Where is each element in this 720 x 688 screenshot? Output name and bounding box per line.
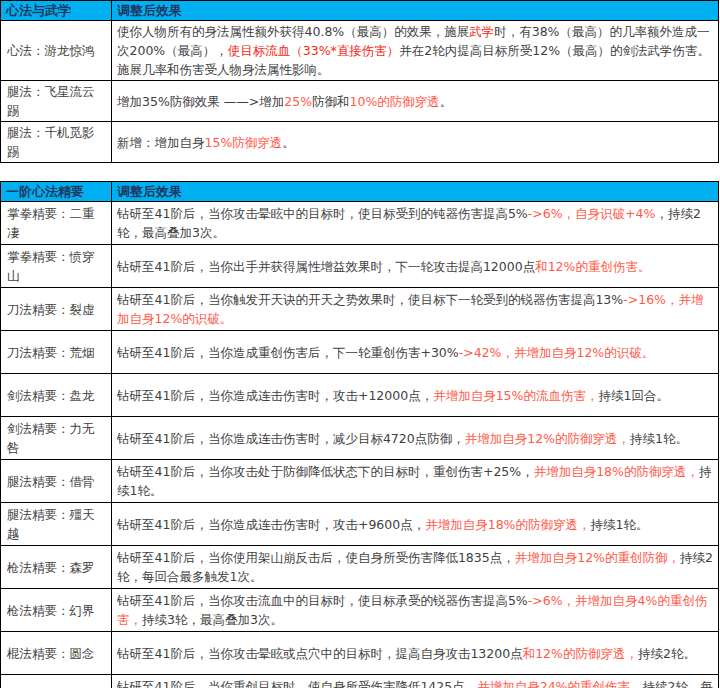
effect-description-cell: 钻研至41阶后，当你出手并获得属性增益效果时，下一轮攻击提高12000点和12%…	[112, 245, 719, 288]
effect-description-cell: 钻研至41阶后，当你触发开天诀的开天之势效果时，使目标下一轮受到的锐器伤害提高1…	[112, 288, 719, 331]
effect-text-segment: 。	[440, 94, 453, 109]
column-header-adjusted-effect: 调整后效果	[112, 1, 719, 21]
effect-text-segment: 并增加自身18%的防御穿透，	[534, 464, 699, 479]
effect-text-segment: 钻研至41阶后，当你攻击处于防御降低状态下的目标时，重创伤害+25%，	[117, 464, 534, 479]
effect-text-segment: 防御和	[312, 94, 350, 109]
effect-description-cell: 钻研至41阶后，当你重创目标时，使自身所受伤害降低1425点，并增加自身24%的…	[112, 675, 719, 688]
table-row: 棍法精要：不归 钻研至41阶后，当你重创目标时，使自身所受伤害降低1425点，并…	[1, 675, 719, 688]
effect-text-segment: 钻研至41阶后，当你攻击晕眩或点穴中的目标时，提高自身攻击13200点	[117, 646, 523, 661]
effect-text-segment: ->6%，自身识破+4%	[528, 206, 656, 221]
skill-name-cell: 腿法：飞星流云踢	[1, 81, 112, 122]
effect-text-segment: 25%	[284, 94, 312, 109]
effect-text-segment: 钻研至41阶后，当你出手并获得属性增益效果时，下一轮攻击提高12000点	[117, 259, 535, 274]
effect-description-cell: 钻研至41阶后，当你攻击处于防御降低状态下的目标时，重创伤害+25%，并增加自身…	[112, 460, 719, 503]
effect-text-segment: 钻研至41阶后，当你重创目标时，使自身所受伤害降低1425点，	[117, 679, 477, 688]
effect-description-cell: 钻研至41阶后，当你造成连击伤害时，攻击+9600点，并增加自身18%的防御穿透…	[112, 503, 719, 546]
effect-text-segment: 并增加自身12%的重创防御，	[515, 550, 680, 565]
essence-name-cell: 棍法精要：圆念	[1, 632, 112, 675]
effect-text-segment: 并增加自身15%的流血伤害，	[433, 388, 598, 403]
effect-text-segment: 并增加自身18%的防御穿透，	[425, 517, 590, 532]
effect-description-cell: 钻研至41阶后，当你造成重创伤害后，下一轮重创伤害+30%->42%，并增加自身…	[112, 331, 719, 374]
effect-text-segment: 增加35%防御效果 ——>增加	[117, 94, 284, 109]
table-body: 心法：游龙惊鸿 使你人物所有的身法属性额外获得40.8%（最高）的效果，施展武学…	[1, 21, 719, 163]
essence-name-cell: 掌拳精要：愤穿山	[1, 245, 112, 288]
effect-text-segment: 持续3轮，最高叠加3次。	[142, 612, 283, 627]
column-header-adjusted-effect: 调整后效果	[112, 182, 719, 202]
effect-text-segment: ->42%，并增加自身12%的识破。	[459, 345, 655, 360]
effect-text-segment: 使你人物所有的身法属性额外获得40.8%（最高）的效果，施展	[117, 24, 469, 39]
effect-description-cell: 钻研至41阶后，当你造成连击伤害时，攻击+12000点，并增加自身15%的流血伤…	[112, 374, 719, 417]
essence-name-cell: 掌拳精要：二重凄	[1, 202, 112, 245]
effect-description-cell: 使你人物所有的身法属性额外获得40.8%（最高）的效果，施展武学时，有38%（最…	[112, 21, 719, 81]
effect-description-cell: 钻研至41阶后，当你攻击流血中的目标时，使目标承受的锐器伤害提高5%->6%，并…	[112, 589, 719, 632]
effect-text-segment: 钻研至41阶后，当你造成连击伤害时，攻击+12000点，	[117, 388, 433, 403]
effect-text-segment: 钻研至41阶后，当你使用架山崩反击后，使自身所受伤害降低1835点，	[117, 550, 515, 565]
first-tier-essence-table: 一阶心法精要 调整后效果 掌拳精要：二重凄 钻研至41阶后，当你攻击晕眩中的目标…	[0, 181, 719, 688]
effect-description-cell: 钻研至41阶后，当你攻击晕眩中的目标时，使目标受到的钝器伤害提高5%->6%，自…	[112, 202, 719, 245]
essence-name-cell: 腿法精要：借骨	[1, 460, 112, 503]
table-row: 剑法精要：力无咎 钻研至41阶后，当你造成连击伤害时，减少目标4720点防御，并…	[1, 417, 719, 460]
essence-name-cell: 剑法精要：盘龙	[1, 374, 112, 417]
table-row: 掌拳精要：愤穿山 钻研至41阶后，当你出手并获得属性增益效果时，下一轮攻击提高1…	[1, 245, 719, 288]
effect-text-segment: 并增加自身24%的重创伤害，	[477, 679, 642, 688]
effect-text-segment: 武学	[469, 24, 494, 39]
effect-description-cell: 钻研至41阶后，当你攻击晕眩或点穴中的目标时，提高自身攻击13200点和12%的…	[112, 632, 719, 675]
effect-text-segment: 持续2轮。	[638, 646, 696, 661]
mindmethod-martial-arts-table: 心法与武学 调整后效果 心法：游龙惊鸿 使你人物所有的身法属性额外获得40.8%…	[0, 0, 719, 163]
effect-description-cell: 钻研至41阶后，当你造成连击伤害时，减少目标4720点防御，并增加自身12%的防…	[112, 417, 719, 460]
table-row: 掌拳精要：二重凄 钻研至41阶后，当你攻击晕眩中的目标时，使目标受到的钝器伤害提…	[1, 202, 719, 245]
effect-text-segment: 钻研至41阶后，当你攻击流血中的目标时，使目标承受的锐器伤害提高5%	[117, 593, 528, 608]
table-row: 腿法精要：殭天越 钻研至41阶后，当你造成连击伤害时，攻击+9600点，并增加自…	[1, 503, 719, 546]
essence-name-cell: 枪法精要：幻界	[1, 589, 112, 632]
effect-description-cell: 钻研至41阶后，当你使用架山崩反击后，使自身所受伤害降低1835点，并增加自身1…	[112, 546, 719, 589]
table-row: 腿法：千机觅影踢 新增：增加自身15%防御穿透。	[1, 122, 719, 163]
effect-text-segment: 和12%的防御穿透，	[523, 646, 638, 661]
effect-text-segment: 钻研至41阶后，当你造成连击伤害时，减少目标4720点防御，	[117, 431, 465, 446]
effect-text-segment: 10%的防御穿透	[350, 94, 440, 109]
effect-description-cell: 增加35%防御效果 ——>增加25%防御和10%的防御穿透。	[112, 81, 719, 122]
effect-text-segment: 使目标流血（33%*直接伤害）	[228, 43, 400, 58]
skill-name-cell: 腿法：千机觅影踢	[1, 122, 112, 163]
essence-name-cell: 剑法精要：力无咎	[1, 417, 112, 460]
table-row: 剑法精要：盘龙 钻研至41阶后，当你造成连击伤害时，攻击+12000点，并增加自…	[1, 374, 719, 417]
effect-text-segment: 持续1轮。	[630, 431, 688, 446]
table-row: 刀法精要：裂虚 钻研至41阶后，当你触发开天诀的开天之势效果时，使目标下一轮受到…	[1, 288, 719, 331]
essence-name-cell: 棍法精要：不归	[1, 675, 112, 688]
table-row: 棍法精要：圆念 钻研至41阶后，当你攻击晕眩或点穴中的目标时，提高自身攻击132…	[1, 632, 719, 675]
effect-text-segment: 和12%的重创伤害。	[535, 259, 650, 274]
effect-text-segment: 持续1回合。	[598, 388, 668, 403]
effect-text-segment: 钻研至41阶后，当你触发开天诀的开天之势效果时，使目标下一轮受到的锐器伤害提高1…	[117, 292, 623, 307]
table-row: 心法：游龙惊鸿 使你人物所有的身法属性额外获得40.8%（最高）的效果，施展武学…	[1, 21, 719, 81]
effect-text-segment: 新增：增加自身	[117, 135, 205, 150]
table-row: 枪法精要：森罗 钻研至41阶后，当你使用架山崩反击后，使自身所受伤害降低1835…	[1, 546, 719, 589]
essence-name-cell: 刀法精要：裂虚	[1, 288, 112, 331]
essence-name-cell: 腿法精要：殭天越	[1, 503, 112, 546]
effect-description-cell: 新增：增加自身15%防御穿透。	[112, 122, 719, 163]
effect-text-segment: 钻研至41阶后，当你造成连击伤害时，攻击+9600点，	[117, 517, 425, 532]
effect-text-segment: 。	[282, 135, 295, 150]
skill-name-cell: 心法：游龙惊鸿	[1, 21, 112, 81]
table-row: 刀法精要：荒烟 钻研至41阶后，当你造成重创伤害后，下一轮重创伤害+30%->4…	[1, 331, 719, 374]
effect-text-segment: 15%防御穿透	[205, 135, 283, 150]
essence-name-cell: 刀法精要：荒烟	[1, 331, 112, 374]
effect-text-segment: 钻研至41阶后，当你造成重创伤害后，下一轮重创伤害+30%	[117, 345, 459, 360]
table-header-row: 心法与武学 调整后效果	[1, 1, 719, 21]
table-body: 掌拳精要：二重凄 钻研至41阶后，当你攻击晕眩中的目标时，使目标受到的钝器伤害提…	[1, 202, 719, 688]
effect-text-segment: 持续1轮。	[591, 517, 649, 532]
column-header-skill: 心法与武学	[1, 1, 112, 21]
table-header-row: 一阶心法精要 调整后效果	[1, 182, 719, 202]
column-header-essence: 一阶心法精要	[1, 182, 112, 202]
essence-name-cell: 枪法精要：森罗	[1, 546, 112, 589]
effect-text-segment: 钻研至41阶后，当你攻击晕眩中的目标时，使目标受到的钝器伤害提高5%	[117, 206, 528, 221]
table-row: 腿法：飞星流云踢 增加35%防御效果 ——>增加25%防御和10%的防御穿透。	[1, 81, 719, 122]
table-row: 枪法精要：幻界 钻研至41阶后，当你攻击流血中的目标时，使目标承受的锐器伤害提高…	[1, 589, 719, 632]
effect-text-segment: 并增加自身12%的防御穿透，	[465, 431, 630, 446]
table-row: 腿法精要：借骨 钻研至41阶后，当你攻击处于防御降低状态下的目标时，重创伤害+2…	[1, 460, 719, 503]
